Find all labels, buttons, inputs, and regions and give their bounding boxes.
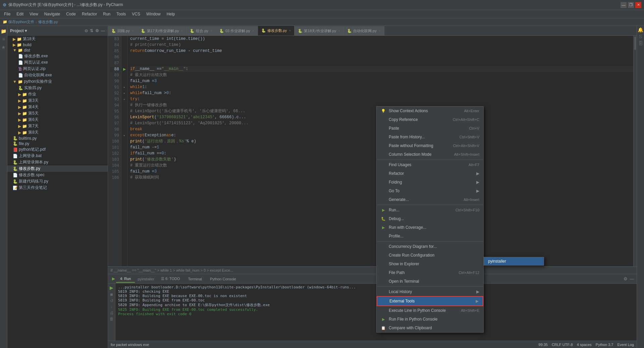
tree-item-spec[interactable]: 📄 修改步数.spec [7,172,108,178]
menu-code[interactable]: Code [63,11,78,17]
tree-label: 网页认证.zip [23,66,46,72]
minimize-button[interactable]: — [621,2,627,8]
context-menu-overlay[interactable]: 💡 Show Context Actions Alt+Enter Copy Re… [108,26,637,348]
ctx-run[interactable]: ▶ Run... Ctrl+Shift+F10 [377,206,483,214]
menu-window[interactable]: Window [144,11,163,17]
tree-item-steps-py[interactable]: 🐍 修改步数.py [7,165,108,172]
tree-item-login-py[interactable]: 🐍 上网登录脚本.py [7,159,108,165]
tree-item-day8[interactable]: ▶ 📁 第8天 [7,129,108,136]
project-icon[interactable]: 📁 [1,28,6,34]
tree-item-exe2[interactable]: 📄 网页认证.exe [7,59,108,66]
tree-item-day6[interactable]: ▶ 📁 第6天 [7,117,108,123]
ctx-goto[interactable]: Go To ▶ [377,187,483,195]
ctx-column-mode[interactable]: Column Selection Mode Alt+Shift+Insert [377,150,483,159]
ctx-execute-line[interactable]: Execute Line in Python Console Alt+Shift… [377,306,483,315]
submenu-item-pyinstaller[interactable]: pyinstaller [484,257,544,265]
hide-icon[interactable]: — [101,28,105,33]
tree-item-build[interactable]: ▶ 📁 build [7,42,108,48]
tree-item-builtins[interactable]: 🐍 builtins.py [7,136,108,141]
ctx-paste[interactable]: Paste Ctrl+V [377,124,483,133]
ctx-concurrency[interactable]: Concurrency Diagram for... [377,242,483,251]
ctx-paste-from-history[interactable]: Paste from History... Ctrl+Shift+V [377,133,483,141]
arrow-icon: ▶ [476,289,479,294]
ctx-run-coverage[interactable]: ▶ Run with Coverage... [377,223,483,232]
tree-item-day4[interactable]: ▶ 📁 第4天 [7,104,108,110]
close-button[interactable]: ✕ [635,2,641,8]
ctx-shortcut: Alt+Insert [464,198,479,202]
py-icon: 🐍 [13,179,18,184]
menu-run[interactable]: Run [100,11,113,17]
menu-tools[interactable]: Tools [114,11,128,17]
tree-label: 第4天 [28,104,39,110]
tree-item-zuoye[interactable]: ▶ 📁 作业 [7,91,108,97]
tree-item-pdf[interactable]: 📕 python笔记.pdf [7,146,108,153]
ctx-item-left: Go To [381,188,399,194]
database-icon[interactable]: 🗄 [638,41,643,46]
menu-help[interactable]: Help [164,11,178,17]
tree-item-new-py[interactable]: 🐍 新建代码练习.py [7,178,108,185]
ctx-label: External Tools [389,299,415,303]
ctx-profile[interactable]: Profile... [377,232,483,240]
ctx-open-terminal[interactable]: Open in Terminal [377,277,483,286]
ctx-label: Paste without Formatting [389,143,433,148]
ctx-folding[interactable]: Folding ▶ [377,178,483,187]
tree-item-py-shiyan[interactable]: 🐍 实验四.py [7,85,108,91]
settings-icon[interactable]: ⚙ [95,28,99,33]
ctx-local-history[interactable]: Local History ▶ [377,287,483,296]
project-header-left: Project ▾ [10,28,27,33]
breadcrumb-project[interactable]: 📁 保存python文件 [3,19,34,24]
tree-item-zip[interactable]: 🗜 网页认证.zip [7,66,108,72]
ctx-label: Paste from History... [389,135,425,139]
favorites-icon[interactable]: ★ [1,45,6,50]
tree-item-day3[interactable]: ▶ 📁 第3天 [7,97,108,104]
ctx-item-left: 🐛 Debug... [381,216,404,221]
ctx-create-run-config[interactable]: Create Run Configuration [377,251,483,260]
folder-icon: ▶ 📁 [13,43,22,47]
tree-item-python-lab[interactable]: ▼ 📁 python实验作业 [7,78,108,85]
ctx-refactor[interactable]: Refactor ▶ [377,169,483,178]
scvview-icon[interactable]: S [639,34,642,39]
structure-icon[interactable]: ≡ [2,37,5,42]
locate-icon[interactable]: ⊙ [85,28,88,33]
folder-icon: ▶ 📁 [18,130,27,135]
menu-file[interactable]: File [1,11,13,17]
ctx-generate[interactable]: Generate... Alt+Insert [377,195,483,204]
lightbulb-icon: 💡 [381,108,386,114]
column-icon [381,152,386,157]
ctx-show-in-explorer[interactable]: Show in Explorer [377,260,483,268]
menu-navigate[interactable]: Navigate [42,11,63,17]
ctx-run-file-python[interactable]: ▶ Run File in Python Console [377,315,483,324]
menu-refactor[interactable]: Refactor [79,11,100,17]
maximize-button[interactable]: ❐ [628,2,634,8]
ctx-find-usages[interactable]: Find Usages Alt+F7 [377,160,483,169]
ctx-show-context-actions[interactable]: 💡 Show Context Actions Alt+Enter [377,107,483,115]
tree-item-18tian[interactable]: ▶ 📁 第18天 [7,36,108,42]
ctx-copy-reference[interactable]: Copy Reference Ctrl+Alt+Shift+C [377,115,483,124]
fold-icon [381,180,386,185]
ctx-external-tools[interactable]: External Tools ▶ [377,296,483,306]
tree-item-exe3[interactable]: 📄 自动化联网.exe [7,72,108,78]
notifications-icon[interactable]: 🔔 [638,27,643,32]
tree-label: 第三天作业笔记 [19,185,47,191]
tree-item-dist[interactable]: ▼ 📁 dist [7,48,108,53]
ctx-shortcut: Alt+Shift+E [461,308,479,312]
tree-item-file[interactable]: 🐍 file.py [7,141,108,146]
expand-icon[interactable]: ⇅ [90,28,93,33]
ctx-item-left: Copy Reference [381,117,418,122]
menu-edit[interactable]: Edit [14,11,26,17]
ctx-file-path[interactable]: File Path Ctrl+Alt+F12 [377,268,483,277]
main-layout: 📁 ≡ ★ Project ▾ ⊙ ⇅ ⚙ — ▶ 📁 第18天 ▶ 📁 [0,26,644,348]
folder-icon: ▶ 📁 [18,92,27,97]
ctx-debug[interactable]: 🐛 Debug... [377,214,483,223]
ctx-item-left: Refactor [381,171,404,176]
ctx-compare-clipboard[interactable]: 📋 Compare with Clipboard [377,324,483,332]
breadcrumb-file[interactable]: 修改步数.py [38,19,58,24]
tree-item-day7[interactable]: ▶ 📁 第7天 [7,123,108,129]
ctx-paste-no-format[interactable]: Paste without Formatting Ctrl+Alt+Shift+… [377,141,483,150]
tree-item-notes[interactable]: 📝 第三天作业笔记 [7,185,108,191]
tree-item-exe1[interactable]: 📄 修改步数.exe [7,53,108,59]
menu-view[interactable]: View [27,11,41,17]
menu-vcs[interactable]: VCS [129,11,143,17]
tree-item-day5[interactable]: ▶ 📁 第5天 [7,110,108,117]
tree-item-bat[interactable]: 📄 上网登录.bat [7,153,108,159]
